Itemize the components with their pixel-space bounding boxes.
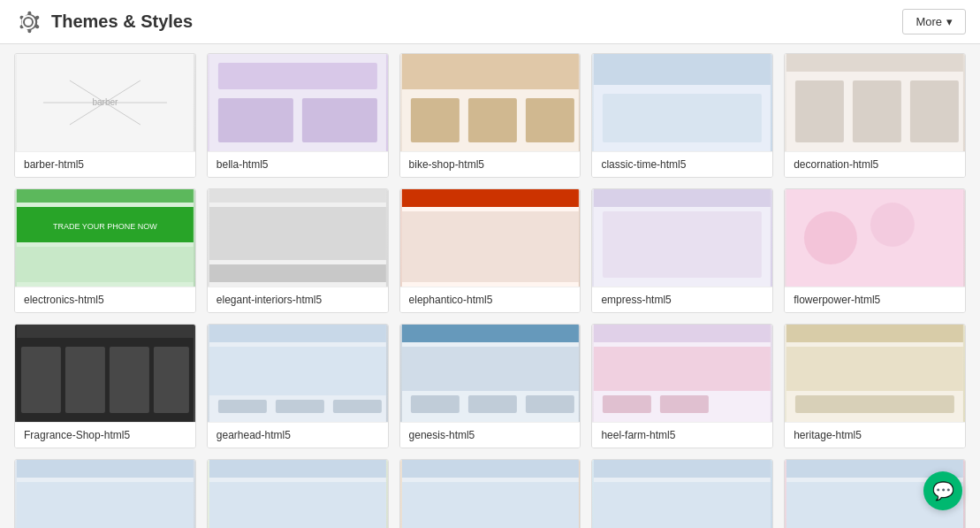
theme-card-row4-c[interactable] <box>399 459 581 528</box>
theme-thumbnail-row4-d <box>592 460 772 528</box>
svg-rect-57 <box>467 395 516 413</box>
svg-rect-29 <box>209 207 386 260</box>
svg-rect-44 <box>65 347 105 413</box>
theme-thumbnail-row4-b <box>208 460 388 528</box>
svg-rect-66 <box>786 347 963 391</box>
theme-label-bike-shop-html5: bike-shop-html5 <box>400 151 581 177</box>
theme-thumbnail-elegant-interiors-html5 <box>208 189 388 287</box>
svg-rect-21 <box>910 80 959 142</box>
svg-text:TRADE YOUR PHONE NOW: TRADE YOUR PHONE NOW <box>53 222 157 231</box>
svg-rect-56 <box>410 395 459 413</box>
theme-card-empress-html5[interactable]: empress-html5 <box>591 188 773 313</box>
theme-card-fragrance-shop-html5[interactable]: Fragrance-Shop-html5 <box>14 324 196 448</box>
svg-rect-50 <box>218 400 267 413</box>
theme-thumbnail-row4-c <box>400 460 581 528</box>
svg-rect-26 <box>17 247 194 282</box>
page-header: Themes & Styles More ▾ <box>0 0 980 44</box>
theme-thumbnail-fragrance-shop-html5 <box>15 325 195 422</box>
theme-card-electronics-html5[interactable]: TRADE YOUR PHONE NOW electronics-html5 <box>14 188 196 313</box>
theme-card-heritage-html5[interactable]: heritage-html5 <box>784 324 966 448</box>
svg-rect-79 <box>594 482 771 528</box>
svg-rect-67 <box>795 395 954 413</box>
chat-icon: 💬 <box>932 480 954 501</box>
svg-text:barber: barber <box>92 97 118 107</box>
theme-card-row4-a[interactable] <box>14 459 196 528</box>
theme-label-barber-html5: barber-html5 <box>15 151 195 177</box>
theme-card-row4-b[interactable] <box>207 459 389 528</box>
theme-card-row4-d[interactable] <box>591 459 773 528</box>
theme-label-classic-time-html5: classic-time-html5 <box>592 151 772 177</box>
theme-card-elegant-interiors-html5[interactable]: elegant-interiors-html5 <box>207 188 389 313</box>
svg-rect-8 <box>302 98 377 142</box>
svg-rect-58 <box>525 395 574 413</box>
svg-rect-10 <box>401 54 578 89</box>
svg-rect-78 <box>594 460 771 478</box>
theme-thumbnail-genesis-html5 <box>400 325 581 422</box>
svg-rect-69 <box>17 460 194 478</box>
svg-rect-42 <box>17 325 194 338</box>
svg-rect-30 <box>209 264 386 282</box>
theme-card-genesis-html5[interactable]: genesis-html5 <box>399 324 581 448</box>
gear-icon <box>14 8 42 36</box>
theme-thumbnail-classic-time-html5 <box>592 54 772 151</box>
theme-thumbnail-elephantico-html5 <box>400 189 581 287</box>
svg-rect-72 <box>209 460 386 478</box>
theme-card-heel-farm-html5[interactable]: heel-farm-html5 <box>591 324 773 448</box>
svg-point-39 <box>804 211 857 264</box>
svg-rect-46 <box>154 347 189 413</box>
svg-rect-16 <box>603 94 762 142</box>
svg-rect-35 <box>594 189 771 207</box>
svg-rect-62 <box>603 395 651 413</box>
svg-rect-15 <box>594 54 771 85</box>
svg-rect-28 <box>209 189 386 203</box>
theme-label-elegant-interiors-html5: elegant-interiors-html5 <box>208 287 388 312</box>
svg-rect-18 <box>786 54 963 72</box>
more-button[interactable]: More ▾ <box>902 9 966 34</box>
theme-thumbnail-decornation-html5 <box>785 54 965 151</box>
theme-label-empress-html5: empress-html5 <box>592 287 772 312</box>
theme-label-electronics-html5: electronics-html5 <box>15 287 195 312</box>
svg-rect-33 <box>401 211 578 282</box>
theme-label-genesis-html5: genesis-html5 <box>400 422 581 448</box>
svg-rect-13 <box>525 98 574 142</box>
theme-card-bike-shop-html5[interactable]: bike-shop-html5 <box>399 53 581 178</box>
theme-thumbnail-row4-a <box>15 460 195 528</box>
svg-rect-63 <box>660 395 709 413</box>
svg-rect-55 <box>401 347 578 391</box>
svg-rect-65 <box>786 325 963 342</box>
theme-thumbnail-electronics-html5: TRADE YOUR PHONE NOW <box>15 189 195 287</box>
svg-rect-49 <box>209 347 386 395</box>
theme-card-elephantico-html5[interactable]: elephantico-html5 <box>399 188 581 313</box>
chat-button[interactable]: 💬 <box>923 471 962 510</box>
svg-rect-51 <box>276 400 324 413</box>
theme-card-decornation-html5[interactable]: decornation-html5 <box>784 53 966 178</box>
theme-label-heritage-html5: heritage-html5 <box>785 422 965 448</box>
svg-rect-73 <box>209 482 386 528</box>
theme-card-bella-html5[interactable]: bella-html5 <box>207 53 389 178</box>
theme-label-fragrance-shop-html5: Fragrance-Shop-html5 <box>15 422 195 448</box>
theme-thumbnail-empress-html5 <box>592 189 772 287</box>
theme-thumbnail-bike-shop-html5 <box>400 54 581 151</box>
svg-rect-61 <box>594 347 771 391</box>
theme-label-elephantico-html5: elephantico-html5 <box>400 287 581 312</box>
svg-rect-52 <box>333 400 382 413</box>
theme-thumbnail-heel-farm-html5 <box>592 325 772 422</box>
theme-card-barber-html5[interactable]: barber barber-html5 <box>14 53 196 178</box>
more-label: More <box>915 15 942 28</box>
header-left: Themes & Styles <box>14 8 193 36</box>
theme-label-bella-html5: bella-html5 <box>208 151 388 177</box>
theme-card-classic-time-html5[interactable]: classic-time-html5 <box>591 53 773 178</box>
theme-label-heel-farm-html5: heel-farm-html5 <box>592 422 772 448</box>
themes-grid: barber barber-html5 bella-html5 bike-sho… <box>0 44 980 528</box>
svg-rect-19 <box>795 80 844 142</box>
theme-thumbnail-bella-html5 <box>208 54 388 151</box>
svg-rect-48 <box>209 325 386 342</box>
theme-thumbnail-barber-html5: barber <box>15 54 195 151</box>
svg-rect-32 <box>401 189 578 207</box>
theme-card-gearhead-html5[interactable]: gearhead-html5 <box>207 324 389 448</box>
page-title: Themes & Styles <box>51 11 193 32</box>
theme-card-flowerpower-html5[interactable]: flowerpower-html5 <box>784 188 966 313</box>
theme-thumbnail-heritage-html5 <box>785 325 965 422</box>
chevron-down-icon: ▾ <box>946 15 953 28</box>
svg-rect-45 <box>110 347 149 413</box>
